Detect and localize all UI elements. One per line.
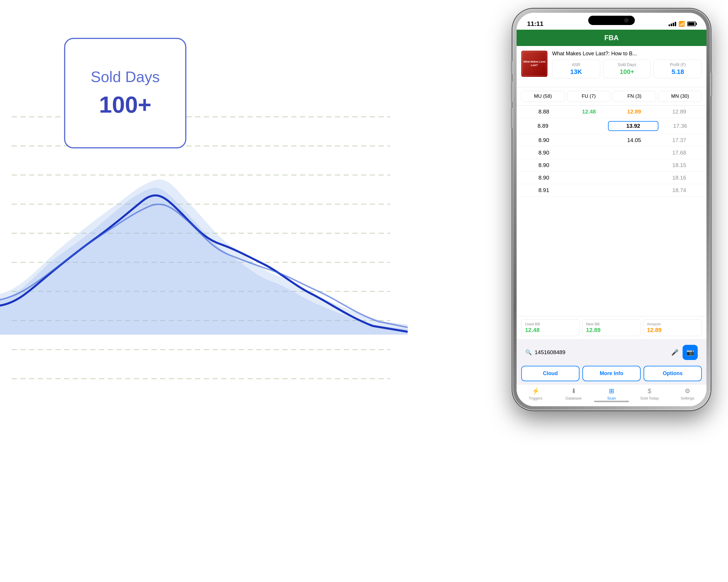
mic-icon[interactable]: 🎤	[671, 349, 678, 356]
signal-bar-2	[671, 24, 672, 26]
grid-line	[11, 378, 390, 379]
amazon-bb-value: 12.89	[647, 327, 698, 333]
price-col-highlighted: 13.92	[608, 121, 658, 131]
status-icons: 📶	[669, 21, 696, 27]
price-col-muted: 17.68	[657, 149, 702, 156]
price-table: 8.88 12.48 12.89 12.89 8.89 13.92 17.36	[517, 106, 706, 316]
signal-bar-1	[669, 24, 670, 26]
product-title: What Makes Love Last?: How to B...	[552, 51, 702, 57]
phone-screen: 11:11 📶 FBA	[517, 13, 706, 406]
notch	[588, 16, 635, 25]
product-section: What Makes Love Last? What Makes Love La…	[517, 46, 706, 87]
battery-fill	[688, 22, 695, 25]
signal-bar-3	[673, 23, 674, 26]
bottom-nav: ⚡ Triggers ⬇ Database ⊞ Scan $ Sold Toda…	[517, 384, 706, 406]
used-bb-box: Used BB 12.48	[521, 319, 580, 336]
price-col-muted: 17.36	[658, 123, 702, 129]
asr-label: ASR	[555, 62, 597, 67]
nav-triggers[interactable]: ⚡ Triggers	[517, 387, 554, 400]
price-col: 8.91	[521, 187, 566, 194]
search-bar[interactable]: 🔍 1451608489 🎤 📷	[521, 342, 702, 363]
new-bb-box: New BB 12.89	[582, 319, 641, 336]
sold-days-title: Sold Days	[91, 68, 160, 86]
phone-screen-container: 11:11 📶 FBA	[517, 13, 706, 406]
wifi-icon: 📶	[678, 21, 685, 27]
price-col-muted: 17.37	[657, 137, 702, 143]
table-row: 8.90 14.05 17.37	[517, 134, 706, 147]
grid-line	[11, 349, 390, 350]
database-label: Database	[566, 396, 582, 400]
home-indicator	[594, 401, 629, 402]
price-col: 8.89	[521, 123, 565, 129]
table-row: 8.88 12.48 12.89 12.89	[517, 106, 706, 118]
action-buttons: Cloud More Info Options	[517, 366, 706, 384]
metrics-row: ASR 13K Sold Days 100+ Profit (F) 5.18	[552, 60, 702, 78]
sold-days-metric-value: 100+	[606, 68, 648, 76]
price-col: 8.90	[521, 149, 566, 156]
profit-label: Profit (F)	[657, 62, 699, 67]
cloud-button[interactable]: Cloud	[521, 366, 579, 381]
new-bb-value: 12.89	[586, 327, 637, 333]
sold-days-box: Sold Days 100+	[603, 60, 651, 78]
camera-button[interactable]: 📷	[682, 345, 698, 360]
power-button	[710, 73, 712, 96]
price-col-green: 12.48	[566, 109, 612, 115]
price-col-muted: 18.16	[657, 175, 702, 181]
volume-up-button	[511, 82, 513, 102]
search-input-value[interactable]: 1451608489	[535, 349, 668, 356]
nav-sold-today[interactable]: $ Sold Today	[630, 387, 668, 400]
condition-mn[interactable]: MN (30)	[658, 91, 702, 102]
nav-scan[interactable]: ⊞ Scan	[593, 387, 630, 400]
mute-button	[511, 61, 513, 74]
table-row: 8.91 18.74	[517, 184, 706, 197]
table-row: 8.90 17.68	[517, 147, 706, 159]
sold-days-metric-label: Sold Days	[606, 62, 648, 67]
scan-label: Scan	[607, 396, 616, 400]
product-info: What Makes Love Last?: How to B... ASR 1…	[552, 51, 702, 78]
price-col: 8.90	[521, 175, 566, 181]
sold-today-icon: $	[648, 387, 651, 395]
chart-background: Sold Days 100+	[0, 0, 408, 582]
battery-icon	[687, 22, 696, 26]
triggers-label: Triggers	[529, 396, 543, 400]
phone-wrapper: 11:11 📶 FBA	[501, 9, 722, 562]
price-col-muted: 18.74	[657, 187, 702, 194]
asr-value: 13K	[555, 68, 597, 76]
condition-fu[interactable]: FU (7)	[567, 91, 610, 102]
price-col-muted: 12.89	[657, 109, 702, 115]
amazon-bb-box: Amazon 12.89	[643, 319, 702, 336]
profit-value: 5.18	[657, 68, 699, 76]
condition-mu[interactable]: MU (58)	[521, 91, 565, 102]
amazon-bb-label: Amazon	[647, 322, 698, 326]
asr-box: ASR 13K	[552, 60, 600, 78]
price-col: 8.88	[521, 109, 566, 115]
table-row: 8.89 13.92 17.36	[517, 118, 706, 134]
options-button[interactable]: Options	[644, 366, 702, 381]
more-info-button[interactable]: More Info	[582, 366, 641, 381]
sold-today-label: Sold Today	[640, 396, 659, 400]
wave-chart	[0, 131, 408, 335]
signal-bar-4	[675, 22, 676, 26]
bb-section: Used BB 12.48 New BB 12.89 Amazon 12.89	[517, 316, 706, 339]
settings-label: Settings	[680, 396, 694, 400]
book-cover: What Makes Love Last?	[521, 51, 547, 77]
table-row: 8.90 18.16	[517, 172, 706, 184]
book-cover-inner	[522, 52, 546, 76]
nav-database[interactable]: ⬇ Database	[554, 387, 592, 400]
condition-fn[interactable]: FN (3)	[613, 91, 656, 102]
camera-notch	[624, 18, 628, 22]
product-title-row: What Makes Love Last? What Makes Love La…	[521, 51, 702, 78]
used-bb-label: Used BB	[525, 322, 576, 326]
settings-icon: ⚙	[685, 387, 691, 395]
price-col: 8.90	[521, 162, 566, 168]
used-bb-value: 12.48	[525, 327, 576, 333]
database-icon: ⬇	[571, 387, 576, 395]
volume-down-button	[511, 108, 513, 128]
signal-icon	[669, 22, 676, 26]
table-row: 8.90 18.15	[517, 159, 706, 172]
nav-settings[interactable]: ⚙ Settings	[669, 387, 706, 400]
phone-outer: 11:11 📶 FBA	[513, 9, 710, 410]
status-time: 11:11	[527, 20, 543, 28]
sold-days-card: Sold Days 100+	[64, 38, 186, 148]
triggers-icon: ⚡	[532, 387, 540, 395]
